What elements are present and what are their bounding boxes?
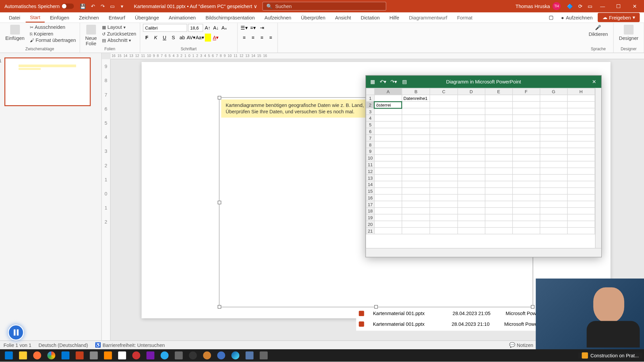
col-header-e[interactable]: E	[485, 88, 513, 95]
tab-ansicht[interactable]: Ansicht	[331, 13, 356, 22]
app-button[interactable]	[129, 349, 143, 362]
dictate-button[interactable]: 🎤Diktieren	[586, 24, 610, 38]
toggle-switch-icon[interactable]	[61, 4, 74, 9]
start-button[interactable]	[2, 349, 16, 362]
slide-thumbnail-1[interactable]: 1	[4, 57, 91, 106]
tab-hilfe[interactable]: Hilfe	[385, 13, 404, 22]
cell-b1[interactable]: Datenreihe1	[402, 95, 430, 102]
spacing-button[interactable]: AV▾	[187, 34, 195, 42]
tab-entwurf[interactable]: Entwurf	[104, 13, 130, 22]
justify-icon[interactable]: ≡	[267, 34, 275, 42]
paste-button[interactable]: Einfügen	[3, 24, 27, 42]
bold-button[interactable]: F	[143, 34, 151, 42]
outlook-button[interactable]	[58, 349, 72, 362]
new-slide-button[interactable]: Neue Folie	[83, 24, 100, 47]
clear-format-icon[interactable]: Aₓ	[221, 25, 228, 31]
tab-start[interactable]: Start	[25, 13, 45, 22]
chrome-button[interactable]	[44, 349, 58, 362]
tab-einfuegen[interactable]: Einfügen	[46, 13, 74, 22]
cell-a1[interactable]	[374, 95, 402, 102]
resize-handle[interactable]	[218, 200, 221, 204]
save-icon[interactable]: 💾	[80, 3, 86, 9]
tab-diagrammentwurf[interactable]: Diagrammentwurf	[405, 13, 452, 22]
autosave-toggle[interactable]: Automatisches Speichern	[2, 4, 76, 9]
data-grid[interactable]: ABCDEFGH 1Datenreihe1 2österrei 3 4 5 6 …	[366, 88, 595, 248]
resize-handle[interactable]	[531, 305, 535, 309]
cell-b2[interactable]	[402, 102, 430, 108]
share-button[interactable]: ☁ Freigeben ▾	[598, 13, 640, 22]
explorer-button[interactable]	[16, 349, 30, 362]
excel-icon[interactable]: ▦	[369, 78, 377, 86]
app-button[interactable]	[115, 349, 129, 362]
tab-aufzeichnen[interactable]: Aufzeichnen	[260, 13, 296, 22]
layout-button[interactable]: ▦ Layout ▾	[101, 24, 137, 30]
search-box[interactable]: 🔍 Suchen	[262, 2, 386, 10]
minimize-icon[interactable]: —	[595, 0, 610, 12]
resize-handle[interactable]	[374, 305, 378, 309]
col-header-h[interactable]: H	[567, 88, 595, 95]
col-header-b[interactable]: B	[402, 88, 430, 95]
shadow-button[interactable]: ab	[178, 34, 186, 42]
format-painter-button[interactable]: 🖌 Format übertragen	[29, 37, 77, 43]
horizontal-scrollbar[interactable]	[366, 248, 601, 257]
obs-button[interactable]	[200, 349, 214, 362]
edge-button[interactable]	[228, 349, 243, 362]
powerpoint-button[interactable]	[72, 349, 87, 362]
col-header-g[interactable]: G	[540, 88, 568, 95]
bullets-icon[interactable]: ☰▾	[240, 24, 248, 32]
col-header-d[interactable]: D	[458, 88, 485, 95]
language[interactable]: Deutsch (Deutschland)	[39, 343, 88, 348]
privacy-icon[interactable]: 🔷	[564, 3, 576, 9]
copy-button[interactable]: ⎘ Kopieren	[29, 31, 77, 37]
font-name-select[interactable]: Calibri	[143, 24, 187, 32]
app-button[interactable]	[243, 349, 257, 362]
increase-font-icon[interactable]: A↑	[204, 25, 211, 31]
tab-dictation[interactable]: Dictation	[356, 13, 384, 22]
sync-icon[interactable]: ⟳	[576, 3, 585, 9]
row-header[interactable]: 3	[366, 108, 374, 115]
undo-icon[interactable]: ↶▾	[379, 78, 387, 86]
underline-button[interactable]: U	[161, 34, 169, 42]
recording-pause-button[interactable]	[8, 324, 24, 340]
decrease-font-icon[interactable]: A↓	[212, 25, 220, 31]
tab-animationen[interactable]: Animationen	[164, 13, 200, 22]
font-color-button[interactable]: A▾	[212, 34, 220, 42]
tab-datei[interactable]: Datei	[4, 13, 24, 22]
align-right-icon[interactable]: ≡	[258, 34, 266, 42]
app-button[interactable]	[87, 349, 101, 362]
undo-icon[interactable]: ↶	[90, 3, 96, 9]
strike-button[interactable]: S	[169, 34, 177, 42]
cell-a2-active[interactable]: österrei	[374, 102, 402, 108]
tab-uebergaenge[interactable]: Übergänge	[130, 13, 163, 22]
indent-icon[interactable]: ⇥	[258, 24, 266, 32]
tab-format[interactable]: Format	[452, 13, 477, 22]
row-header[interactable]: 1	[366, 95, 374, 102]
collapse-ribbon-icon[interactable]: ▢	[546, 15, 556, 20]
window-icon[interactable]: ▭	[585, 3, 595, 9]
resize-handle[interactable]	[218, 305, 221, 309]
align-center-icon[interactable]: ≡	[249, 34, 257, 42]
tab-ueberpruefen[interactable]: Überprüfen	[297, 13, 330, 22]
firefox-button[interactable]	[30, 349, 44, 362]
resize-handle[interactable]	[218, 96, 221, 100]
cut-button[interactable]: ✂ Ausschneiden	[29, 24, 77, 30]
case-button[interactable]: Aa▾	[196, 34, 204, 42]
app-button[interactable]	[186, 349, 200, 362]
vlc-button[interactable]	[101, 349, 115, 362]
user-account[interactable]: Thomas Hruska TH	[512, 2, 564, 10]
col-header-c[interactable]: C	[430, 88, 458, 95]
record-button[interactable]: ● Aufzeichnen	[557, 13, 597, 21]
vertical-scrollbar[interactable]	[595, 88, 601, 248]
more-icon[interactable]: ▾	[119, 3, 125, 9]
app-button[interactable]	[257, 349, 271, 362]
maximize-icon[interactable]: ☐	[610, 0, 626, 12]
row-header[interactable]: 2	[366, 102, 374, 108]
align-left-icon[interactable]: ≡	[240, 34, 248, 42]
col-header-f[interactable]: F	[513, 88, 540, 95]
font-size-select[interactable]: 18,6	[188, 24, 203, 32]
telegram-button[interactable]	[158, 349, 172, 362]
section-button[interactable]: ▤ Abschnitt ▾	[101, 37, 137, 43]
col-header-a[interactable]: A	[374, 88, 402, 95]
notes-button[interactable]: 💬 Notizen	[509, 342, 533, 348]
document-name[interactable]: Kartenmaterial 001.pptx • Auf "diesem PC…	[128, 3, 262, 9]
